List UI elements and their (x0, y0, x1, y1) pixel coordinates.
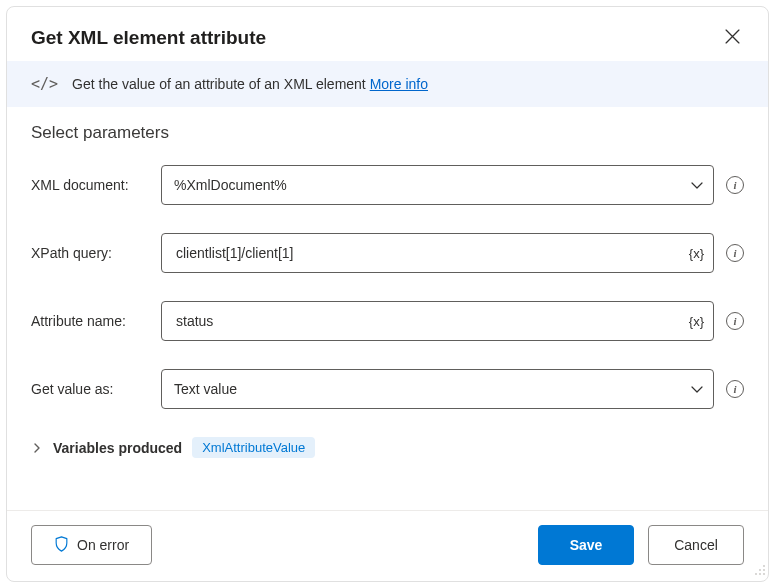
get-value-as-label: Get value as: (31, 381, 149, 397)
field-get-value-as: Get value as: Text value i (31, 369, 744, 409)
footer-actions: Save Cancel (538, 525, 744, 565)
dialog-title: Get XML element attribute (31, 27, 266, 49)
xml-document-select[interactable]: %XmlDocument% (161, 165, 714, 205)
xpath-query-input-wrap (161, 233, 714, 273)
field-attribute-name: Attribute name: {x} i (31, 301, 744, 341)
banner-description: Get the value of an attribute of an XML … (72, 76, 366, 92)
get-value-as-value: Text value (174, 381, 237, 397)
info-icon[interactable]: i (726, 312, 744, 330)
info-icon[interactable]: i (726, 176, 744, 194)
get-value-as-select[interactable]: Text value (161, 369, 714, 409)
xml-document-control: %XmlDocument% (161, 165, 714, 205)
xml-document-value: %XmlDocument% (174, 177, 287, 193)
field-xml-document: XML document: %XmlDocument% i (31, 165, 744, 205)
resize-grip-icon[interactable] (754, 563, 766, 579)
attribute-name-input[interactable] (174, 312, 677, 330)
info-icon[interactable]: i (726, 380, 744, 398)
svg-point-5 (763, 573, 765, 575)
dialog-footer: On error Save Cancel (7, 510, 768, 581)
svg-point-0 (763, 565, 765, 567)
variable-picker-icon[interactable]: {x} (689, 314, 704, 329)
field-xpath-query: XPath query: {x} i (31, 233, 744, 273)
on-error-button[interactable]: On error (31, 525, 152, 565)
variable-badge[interactable]: XmlAttributeValue (192, 437, 315, 458)
banner-text: Get the value of an attribute of an XML … (72, 76, 428, 92)
xpath-query-control: {x} (161, 233, 714, 273)
close-button[interactable] (721, 25, 744, 51)
get-value-as-control: Text value (161, 369, 714, 409)
chevron-right-icon[interactable] (31, 442, 43, 454)
svg-point-1 (759, 569, 761, 571)
save-button[interactable]: Save (538, 525, 634, 565)
dialog: Get XML element attribute </> Get the va… (6, 6, 769, 582)
on-error-label: On error (77, 537, 129, 553)
cancel-button[interactable]: Cancel (648, 525, 744, 565)
attribute-name-input-wrap (161, 301, 714, 341)
info-banner: </> Get the value of an attribute of an … (7, 61, 768, 107)
chevron-down-icon[interactable] (690, 382, 704, 396)
chevron-down-icon[interactable] (690, 178, 704, 192)
xpath-query-input[interactable] (174, 244, 677, 262)
shield-icon (54, 536, 69, 555)
svg-point-2 (763, 569, 765, 571)
variables-produced-row: Variables produced XmlAttributeValue (31, 437, 744, 458)
svg-point-3 (755, 573, 757, 575)
dialog-header: Get XML element attribute (7, 7, 768, 61)
close-icon (725, 29, 740, 47)
info-icon[interactable]: i (726, 244, 744, 262)
cancel-label: Cancel (674, 537, 718, 553)
variable-picker-icon[interactable]: {x} (689, 246, 704, 261)
code-icon: </> (31, 75, 58, 93)
dialog-body: Select parameters XML document: %XmlDocu… (7, 107, 768, 510)
svg-point-4 (759, 573, 761, 575)
attribute-name-label: Attribute name: (31, 313, 149, 329)
section-heading: Select parameters (31, 123, 744, 143)
more-info-link[interactable]: More info (370, 76, 428, 92)
save-label: Save (570, 537, 603, 553)
xml-document-label: XML document: (31, 177, 149, 193)
xpath-query-label: XPath query: (31, 245, 149, 261)
attribute-name-control: {x} (161, 301, 714, 341)
variables-produced-label: Variables produced (53, 440, 182, 456)
